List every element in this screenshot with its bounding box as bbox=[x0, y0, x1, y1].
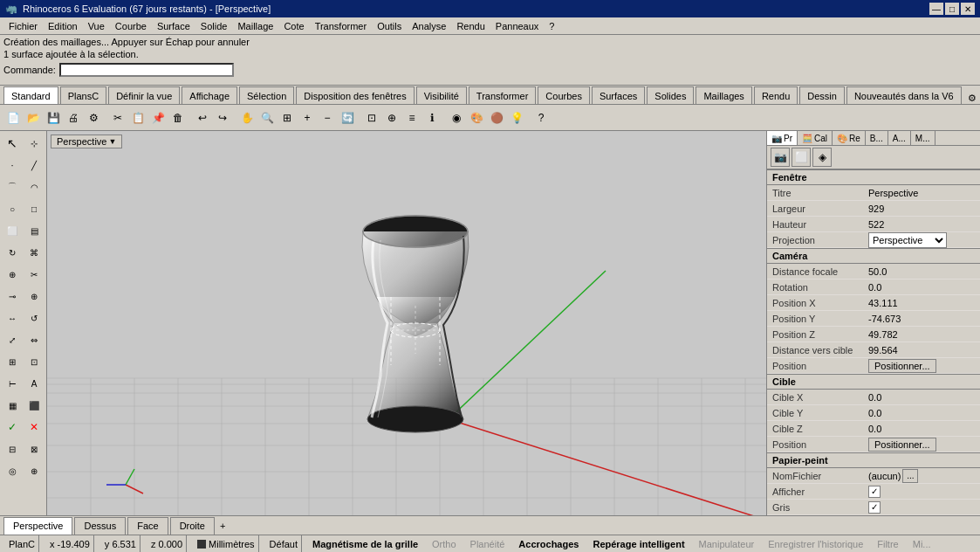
tab-solides[interactable]: Solides bbox=[647, 86, 694, 104]
tb-open[interactable]: 📂 bbox=[24, 108, 43, 128]
lt-extrude[interactable]: ▤ bbox=[24, 220, 45, 241]
prop-afficher-checkbox[interactable]: ✓ bbox=[868, 486, 881, 498]
lt-revolve[interactable]: ↻ bbox=[2, 242, 23, 263]
tb-save[interactable]: 💾 bbox=[44, 108, 63, 128]
tb-osnap[interactable]: ⊕ bbox=[382, 108, 401, 128]
tb-grid[interactable]: ⊡ bbox=[362, 108, 381, 128]
lt-x[interactable]: ✕ bbox=[24, 417, 45, 438]
status-filtre[interactable]: Filtre bbox=[874, 538, 901, 550]
status-magnetisme[interactable]: Magnétisme de la grille bbox=[309, 538, 421, 550]
bot-tab-perspective[interactable]: Perspective bbox=[3, 517, 72, 535]
positioner-btn2[interactable]: Positionner... bbox=[868, 438, 936, 452]
lt-line[interactable]: ╱ bbox=[24, 155, 45, 176]
tb-redo[interactable]: ↪ bbox=[213, 108, 232, 128]
tb-paste[interactable]: 📌 bbox=[148, 108, 168, 128]
lt-circle[interactable]: ○ bbox=[2, 198, 23, 219]
tb-pan[interactable]: ✋ bbox=[237, 108, 257, 128]
tab-disposition[interactable]: Disposition des fenêtres bbox=[296, 86, 414, 104]
lt-trim[interactable]: ✂ bbox=[24, 264, 45, 285]
close-button[interactable]: ✕ bbox=[961, 3, 975, 15]
viewport-area[interactable]: Perspective ▼ bbox=[47, 131, 766, 515]
lt-check[interactable]: ✓ bbox=[2, 417, 23, 438]
menu-outils[interactable]: Outils bbox=[372, 19, 407, 33]
tab-surfaces[interactable]: Surfaces bbox=[592, 86, 645, 104]
menu-maillage[interactable]: Maillage bbox=[232, 19, 278, 33]
panel-icon-camera[interactable]: 📷 bbox=[771, 148, 790, 167]
panel-icon-view1[interactable]: ⬜ bbox=[792, 148, 811, 167]
menu-courbe[interactable]: Courbe bbox=[110, 19, 152, 33]
menu-fichier[interactable]: Fichier bbox=[3, 19, 43, 33]
prop-gris-checkbox[interactable]: ✓ bbox=[868, 501, 881, 514]
tb-zoom-extent[interactable]: ⊞ bbox=[278, 108, 297, 128]
lt-mirror[interactable]: ⇔ bbox=[24, 329, 45, 350]
maximize-button[interactable]: □ bbox=[945, 3, 959, 15]
menu-surface[interactable]: Surface bbox=[152, 19, 195, 33]
tab-dessin[interactable]: Dessin bbox=[799, 86, 845, 104]
lt-rect[interactable]: □ bbox=[24, 198, 45, 219]
lt-rotate2d[interactable]: ↺ bbox=[24, 307, 45, 328]
lt-block[interactable]: ⬛ bbox=[24, 395, 45, 416]
lt-text[interactable]: A bbox=[24, 373, 45, 394]
tb-zoom-out[interactable]: − bbox=[318, 108, 337, 128]
tb-light[interactable]: 💡 bbox=[507, 108, 526, 128]
panel-tab-a[interactable]: A... bbox=[888, 131, 911, 145]
panel-tab-b[interactable]: B... bbox=[866, 131, 888, 145]
lt-dim[interactable]: ⊢ bbox=[2, 373, 23, 394]
menu-transformer[interactable]: Transformer bbox=[310, 19, 373, 33]
viewport-dropdown-icon[interactable]: ▼ bbox=[108, 137, 116, 146]
lt-select2[interactable]: ⊹ bbox=[24, 133, 45, 154]
lt-snap[interactable]: ◎ bbox=[2, 460, 23, 481]
prop-projection-select[interactable]: Perspective Parallel bbox=[868, 232, 975, 248]
tb-shading[interactable]: ◉ bbox=[447, 108, 466, 128]
tab-maillages[interactable]: Maillages bbox=[696, 86, 751, 104]
tb-new[interactable]: 📄 bbox=[3, 108, 23, 128]
lt-join[interactable]: ⊕ bbox=[24, 286, 45, 307]
tab-nouveautes[interactable]: Nouveautés dans la V6 bbox=[846, 86, 962, 104]
lt-sweep[interactable]: ⌘ bbox=[24, 242, 45, 263]
menu-rendu[interactable]: Rendu bbox=[451, 19, 490, 33]
status-ortho[interactable]: Ortho bbox=[428, 538, 460, 550]
lt-array[interactable]: ⊞ bbox=[2, 351, 23, 372]
tb-copy[interactable]: 📋 bbox=[128, 108, 147, 128]
tb-rotate[interactable]: 🔄 bbox=[338, 108, 357, 128]
tab-plansc[interactable]: PlansC bbox=[60, 86, 106, 104]
menu-cote[interactable]: Cote bbox=[278, 19, 309, 33]
lt-select[interactable]: ↖ bbox=[2, 133, 23, 154]
viewport-label[interactable]: Perspective ▼ bbox=[51, 135, 122, 148]
tb-options[interactable]: ⚙ bbox=[84, 108, 103, 128]
bot-tab-add[interactable]: + bbox=[216, 519, 229, 533]
status-mi[interactable]: Mi... bbox=[909, 538, 935, 550]
tb-properties[interactable]: ℹ bbox=[422, 108, 442, 128]
lt-move[interactable]: ↔ bbox=[2, 307, 23, 328]
positioner-btn1[interactable]: Positionner... bbox=[868, 359, 936, 373]
lt-polyline[interactable]: ⌒ bbox=[2, 176, 23, 197]
tab-visibilite[interactable]: Visibilité bbox=[416, 86, 467, 104]
status-manipulateur[interactable]: Manipulateur bbox=[696, 538, 758, 550]
nomfichier-browse[interactable]: ... bbox=[902, 469, 918, 483]
panel-tab-cal[interactable]: 🧮 Cal bbox=[798, 131, 833, 145]
lt-surface[interactable]: ⬜ bbox=[2, 220, 23, 241]
lt-offset[interactable]: ⊡ bbox=[24, 351, 45, 372]
tb-cut[interactable]: ✂ bbox=[108, 108, 127, 128]
lt-snap2[interactable]: ⊕ bbox=[24, 460, 45, 481]
projection-select[interactable]: Perspective Parallel bbox=[868, 232, 947, 248]
tb-zoom-window[interactable]: 🔍 bbox=[257, 108, 277, 128]
minimize-button[interactable]: — bbox=[929, 3, 943, 15]
status-reperage[interactable]: Repérage intelligent bbox=[589, 538, 688, 550]
tab-transformer[interactable]: Transformer bbox=[469, 86, 537, 104]
status-planite[interactable]: Planéité bbox=[467, 538, 509, 550]
lt-mesh[interactable]: ⊟ bbox=[2, 438, 23, 459]
menu-edition[interactable]: Edition bbox=[43, 19, 83, 33]
menu-analyse[interactable]: Analyse bbox=[407, 19, 451, 33]
bot-tab-face[interactable]: Face bbox=[127, 517, 168, 535]
tb-zoom-in[interactable]: + bbox=[298, 108, 317, 128]
tb-material[interactable]: 🟤 bbox=[487, 108, 506, 128]
lt-scale[interactable]: ⤢ bbox=[2, 329, 23, 350]
lt-boolean[interactable]: ⊕ bbox=[2, 264, 23, 285]
panel-icon-view2[interactable]: ◈ bbox=[812, 148, 832, 167]
tab-rendu[interactable]: Rendu bbox=[754, 86, 798, 104]
command-input[interactable] bbox=[59, 63, 234, 77]
bot-tab-dessus[interactable]: Dessus bbox=[74, 517, 126, 535]
menu-panneaux[interactable]: Panneaux bbox=[490, 19, 545, 33]
tb-render-preview[interactable]: 🎨 bbox=[467, 108, 486, 128]
